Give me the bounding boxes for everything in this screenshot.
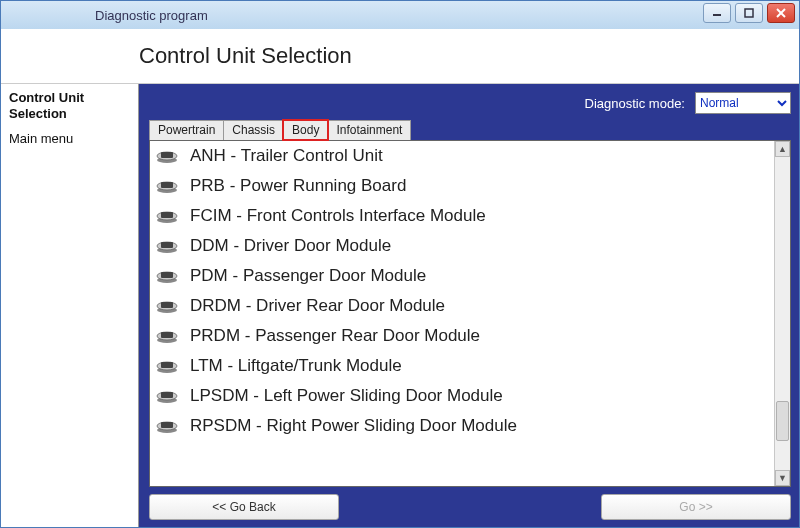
titlebar-title: Diagnostic program	[95, 8, 208, 23]
tab-powertrain[interactable]: Powertrain	[149, 120, 224, 140]
module-label: DRDM - Driver Rear Door Module	[190, 296, 445, 316]
module-list-wrap: ANH - Trailer Control UnitPRB - Power Ru…	[149, 140, 791, 487]
scroll-up-button[interactable]: ▲	[775, 141, 790, 157]
module-label: LTM - Liftgate/Trunk Module	[190, 356, 402, 376]
sidebar: Control Unit Selection Main menu	[1, 84, 139, 527]
scroll-thumb[interactable]	[776, 401, 789, 441]
module-label: DDM - Driver Door Module	[190, 236, 391, 256]
module-item[interactable]: PRDM - Passenger Rear Door Module	[150, 321, 774, 351]
tab-bar: PowertrainChassisBodyInfotainment	[149, 120, 791, 140]
svg-rect-24	[161, 332, 173, 338]
window-buttons	[703, 3, 795, 23]
page-banner: Control Unit Selection	[1, 29, 799, 84]
module-label: FCIM - Front Controls Interface Module	[190, 206, 486, 226]
module-label: ANH - Trailer Control Unit	[190, 146, 383, 166]
diagnostic-mode-label: Diagnostic mode:	[585, 96, 685, 111]
module-label: RPSDM - Right Power Sliding Door Module	[190, 416, 517, 436]
module-item[interactable]: RPSDM - Right Power Sliding Door Module	[150, 411, 774, 441]
minimize-button[interactable]	[703, 3, 731, 23]
module-item[interactable]: LPSDM - Left Power Sliding Door Module	[150, 381, 774, 411]
tab-infotainment[interactable]: Infotainment	[327, 120, 411, 140]
svg-rect-6	[161, 152, 173, 158]
svg-rect-12	[161, 212, 173, 218]
titlebar: Diagnostic program	[1, 1, 799, 29]
module-item[interactable]: DDM - Driver Door Module	[150, 231, 774, 261]
module-item[interactable]: PDM - Passenger Door Module	[150, 261, 774, 291]
svg-rect-1	[745, 9, 753, 17]
scroll-down-button[interactable]: ▼	[775, 470, 790, 486]
module-item[interactable]: DRDM - Driver Rear Door Module	[150, 291, 774, 321]
sidebar-title-line2: Selection	[9, 106, 67, 121]
bottom-bar: << Go Back Go >>	[149, 487, 791, 521]
module-item[interactable]: ANH - Trailer Control Unit	[150, 141, 774, 171]
module-label: PRDM - Passenger Rear Door Module	[190, 326, 480, 346]
diagnostic-mode-row: Diagnostic mode: Normal	[149, 90, 791, 116]
sidebar-link-main-menu[interactable]: Main menu	[9, 131, 130, 146]
module-item[interactable]: FCIM - Front Controls Interface Module	[150, 201, 774, 231]
svg-rect-18	[161, 272, 173, 278]
module-item[interactable]: LTM - Liftgate/Trunk Module	[150, 351, 774, 381]
go-back-button[interactable]: << Go Back	[149, 494, 339, 520]
svg-rect-30	[161, 392, 173, 398]
close-button[interactable]	[767, 3, 795, 23]
svg-rect-21	[161, 302, 173, 308]
diagnostic-mode-select[interactable]: Normal	[695, 92, 791, 114]
sidebar-title-line1: Control Unit	[9, 90, 84, 105]
scrollbar[interactable]: ▲ ▼	[774, 141, 790, 486]
app-window: Diagnostic program Control Unit Selectio…	[0, 0, 800, 528]
main-area: Control Unit Selection Main menu Diagnos…	[1, 84, 799, 527]
page-title: Control Unit Selection	[139, 43, 352, 69]
tab-body[interactable]: Body	[283, 120, 328, 140]
module-list[interactable]: ANH - Trailer Control UnitPRB - Power Ru…	[150, 141, 774, 486]
maximize-button[interactable]	[735, 3, 763, 23]
module-label: PDM - Passenger Door Module	[190, 266, 426, 286]
sidebar-title: Control Unit Selection	[9, 90, 130, 121]
tab-chassis[interactable]: Chassis	[223, 120, 284, 140]
module-label: LPSDM - Left Power Sliding Door Module	[190, 386, 503, 406]
module-item[interactable]: PRB - Power Running Board	[150, 171, 774, 201]
module-label: PRB - Power Running Board	[190, 176, 406, 196]
content-panel: Diagnostic mode: Normal PowertrainChassi…	[139, 84, 799, 527]
svg-rect-27	[161, 362, 173, 368]
svg-rect-15	[161, 242, 173, 248]
go-next-button[interactable]: Go >>	[601, 494, 791, 520]
svg-rect-33	[161, 422, 173, 428]
catalog: PowertrainChassisBodyInfotainment ANH - …	[149, 120, 791, 487]
svg-rect-9	[161, 182, 173, 188]
